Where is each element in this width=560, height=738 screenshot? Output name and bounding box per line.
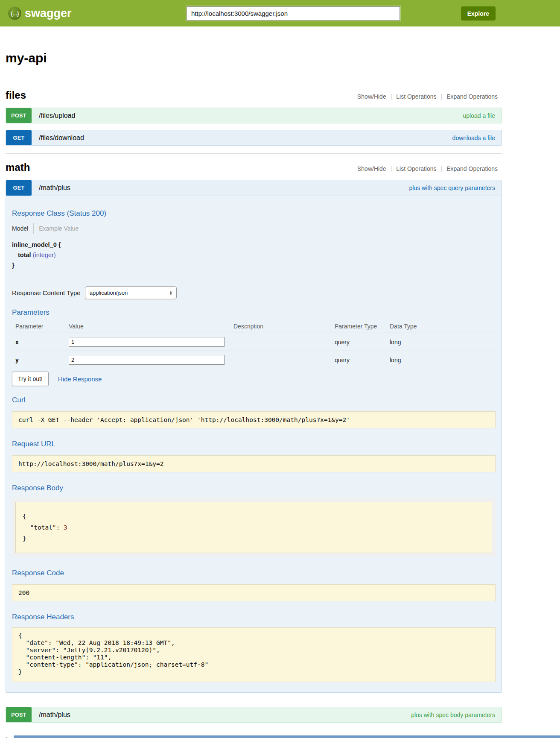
curl-command: curl -X GET --header 'Accept: applicatio… <box>12 411 496 428</box>
parameter-data-type: long <box>386 333 496 351</box>
get-method-badge: GET <box>6 180 32 196</box>
model-property-line: total (integer) <box>12 250 496 260</box>
endpoint-summary-link[interactable]: upload a file <box>463 112 495 119</box>
response-body-heading: Response Body <box>12 484 496 492</box>
files-section-controls: Show/Hide | List Operations | Expand Ope… <box>353 93 502 100</box>
show-hide-link[interactable]: Show/Hide <box>353 165 391 172</box>
spec-url-input[interactable] <box>187 6 400 20</box>
section-divider <box>6 153 502 154</box>
parameter-name: y <box>12 351 65 369</box>
parameters-table: Parameter Value Description Parameter Ty… <box>12 319 496 369</box>
response-headers-json: { "date": "Wed, 22 Aug 2018 18:49:13 GMT… <box>12 627 496 682</box>
endpoint-path-link[interactable]: /math/plus <box>39 711 70 719</box>
parameter-y-input[interactable] <box>69 355 225 365</box>
endpoint-panel-math-plus-get: GET /math/plus plus with spec query para… <box>6 180 502 693</box>
show-hide-link[interactable]: Show/Hide <box>353 93 391 100</box>
curl-heading: Curl <box>12 396 496 404</box>
model-signature: inline_model_0 { total (integer) } <box>12 240 496 270</box>
endpoint-summary-link[interactable]: plus with spec query parameters <box>409 184 495 191</box>
response-body-json-suffix: } <box>23 535 26 542</box>
col-parameter-type: Parameter Type <box>331 319 386 333</box>
header-bar: {…} swagger Explore <box>0 0 560 26</box>
parameter-name: x <box>12 333 65 351</box>
try-it-out-button[interactable]: Try it out! <box>12 372 49 386</box>
brand-title: swagger <box>25 7 72 20</box>
endpoint-summary-link[interactable]: plus with spec body parameters <box>411 712 495 718</box>
request-url-value: http://localhost:3000/math/plus?x=1&y=2 <box>12 455 496 472</box>
response-class-heading: Response Class (Status 200) <box>12 209 496 218</box>
endpoint-row-files-download[interactable]: GET /files/download downloads a file <box>6 130 502 146</box>
response-content-type-row: Response Content Type application/json ▲… <box>12 286 496 299</box>
parameter-type: query <box>331 333 386 351</box>
parameter-data-type: long <box>386 351 496 369</box>
files-section-title: files <box>6 89 26 101</box>
main-content: my-api files Show/Hide | List Operations… <box>6 51 502 738</box>
response-body-json-prefix: { "total": <box>23 513 64 531</box>
parameter-description <box>230 351 331 369</box>
endpoint-row-math-plus-post[interactable]: POST /math/plus plus with spec body para… <box>6 707 502 723</box>
col-description: Description <box>230 319 331 333</box>
post-method-badge: POST <box>6 108 32 123</box>
response-code-value: 200 <box>12 584 496 601</box>
endpoint-path-link[interactable]: /files/upload <box>39 112 75 120</box>
swagger-logo-glyph: {…} <box>11 10 18 16</box>
response-body-container: { "total": 3 } <box>12 498 496 557</box>
response-body-json-value: 3 <box>64 524 67 531</box>
parameter-row-x: x query long <box>12 333 496 351</box>
response-headers-heading: Response Headers <box>12 613 496 621</box>
hide-response-link[interactable]: Hide Response <box>58 375 102 383</box>
response-content-type-value: application/json <box>90 290 128 296</box>
response-content-type-select[interactable]: application/json ▲▼ <box>85 286 177 299</box>
tab-example-value[interactable]: Example Value <box>34 225 79 232</box>
col-parameter: Parameter <box>12 319 65 333</box>
col-value: Value <box>65 319 230 333</box>
endpoint-row-math-plus-get[interactable]: GET /math/plus plus with spec query para… <box>6 180 502 196</box>
parameters-heading: Parameters <box>12 308 496 317</box>
explore-button[interactable]: Explore <box>461 6 496 20</box>
swagger-logo-icon: {…} <box>8 7 21 20</box>
expand-operations-link[interactable]: Expand Operations <box>442 93 502 100</box>
files-section-header: files Show/Hide | List Operations | Expa… <box>6 89 502 101</box>
post-method-badge: POST <box>6 707 32 722</box>
request-url-heading: Request URL <box>12 440 496 448</box>
parameter-type: query <box>331 351 386 369</box>
api-title: my-api <box>6 51 502 65</box>
response-body-json: { "total": 3 } <box>15 502 492 553</box>
swagger-ui-page: { "colors": { "header_green": "#8bb134",… <box>0 0 560 738</box>
list-operations-link[interactable]: List Operations <box>392 165 440 172</box>
parameter-description <box>230 333 331 351</box>
list-operations-link[interactable]: List Operations <box>392 93 440 100</box>
endpoint-row-files-upload[interactable]: POST /files/upload upload a file <box>6 108 502 123</box>
response-content-type-label: Response Content Type <box>12 289 81 296</box>
endpoint-path-link[interactable]: /files/download <box>39 134 84 142</box>
tab-model[interactable]: Model <box>12 225 33 232</box>
response-code-heading: Response Code <box>12 569 496 577</box>
math-section-header: math Show/Hide | List Operations | Expan… <box>6 161 502 173</box>
bottom-status-bar <box>14 735 560 738</box>
model-property-type: (integer) <box>33 252 56 258</box>
get-method-badge: GET <box>6 130 32 145</box>
parameter-row-y: y query long <box>12 351 496 369</box>
select-arrows-icon: ▲▼ <box>169 290 172 296</box>
model-open-line: inline_model_0 { <box>12 240 496 250</box>
actions-row: Try it out! Hide Response <box>12 372 496 386</box>
parameters-header-row: Parameter Value Description Parameter Ty… <box>12 319 496 333</box>
model-property-name: total <box>18 252 31 258</box>
model-tabs: Model Example Value <box>12 223 496 234</box>
math-section-title: math <box>6 161 30 173</box>
math-section-controls: Show/Hide | List Operations | Expand Ope… <box>353 165 502 172</box>
operation-details: Response Class (Status 200) Model Exampl… <box>6 209 502 692</box>
parameter-x-input[interactable] <box>69 337 225 347</box>
model-close-line: } <box>12 260 496 270</box>
brand-logo[interactable]: {…} swagger <box>8 7 72 20</box>
endpoint-path-link[interactable]: /math/plus <box>39 184 70 192</box>
col-data-type: Data Type <box>386 319 496 333</box>
endpoint-summary-link[interactable]: downloads a file <box>452 135 495 141</box>
expand-operations-link[interactable]: Expand Operations <box>442 165 502 172</box>
